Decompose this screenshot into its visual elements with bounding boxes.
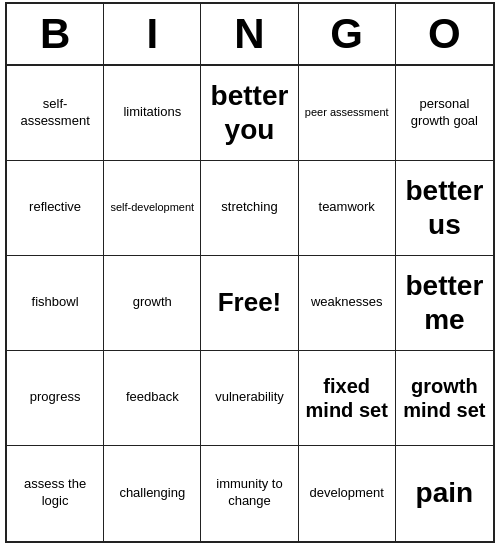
bingo-cell-10: fishbowl [7, 256, 104, 351]
bingo-cell-20: assess the logic [7, 446, 104, 541]
bingo-cell-3: peer assessment [299, 66, 396, 161]
bingo-cell-15: progress [7, 351, 104, 446]
bingo-cell-5: reflective [7, 161, 104, 256]
bingo-cell-9: better us [396, 161, 493, 256]
bingo-cell-17: vulnerability [201, 351, 298, 446]
header-letter-n: N [201, 4, 298, 64]
bingo-cell-1: limitations [104, 66, 201, 161]
bingo-cell-11: growth [104, 256, 201, 351]
bingo-cell-16: feedback [104, 351, 201, 446]
bingo-cell-12: Free! [201, 256, 298, 351]
bingo-header: BINGO [7, 4, 493, 66]
bingo-grid: self-assessmentlimitationsbetter youpeer… [7, 66, 493, 541]
header-letter-g: G [299, 4, 396, 64]
bingo-cell-24: pain [396, 446, 493, 541]
bingo-cell-7: stretching [201, 161, 298, 256]
bingo-cell-4: personal growth goal [396, 66, 493, 161]
bingo-cell-22: immunity to change [201, 446, 298, 541]
bingo-cell-13: weaknesses [299, 256, 396, 351]
bingo-cell-19: growth mind set [396, 351, 493, 446]
header-letter-o: O [396, 4, 493, 64]
bingo-cell-23: development [299, 446, 396, 541]
bingo-cell-0: self-assessment [7, 66, 104, 161]
bingo-cell-8: teamwork [299, 161, 396, 256]
bingo-card: BINGO self-assessmentlimitationsbetter y… [5, 2, 495, 543]
bingo-cell-14: better me [396, 256, 493, 351]
bingo-cell-21: challenging [104, 446, 201, 541]
bingo-cell-2: better you [201, 66, 298, 161]
bingo-cell-6: self-development [104, 161, 201, 256]
header-letter-b: B [7, 4, 104, 64]
bingo-cell-18: fixed mind set [299, 351, 396, 446]
header-letter-i: I [104, 4, 201, 64]
